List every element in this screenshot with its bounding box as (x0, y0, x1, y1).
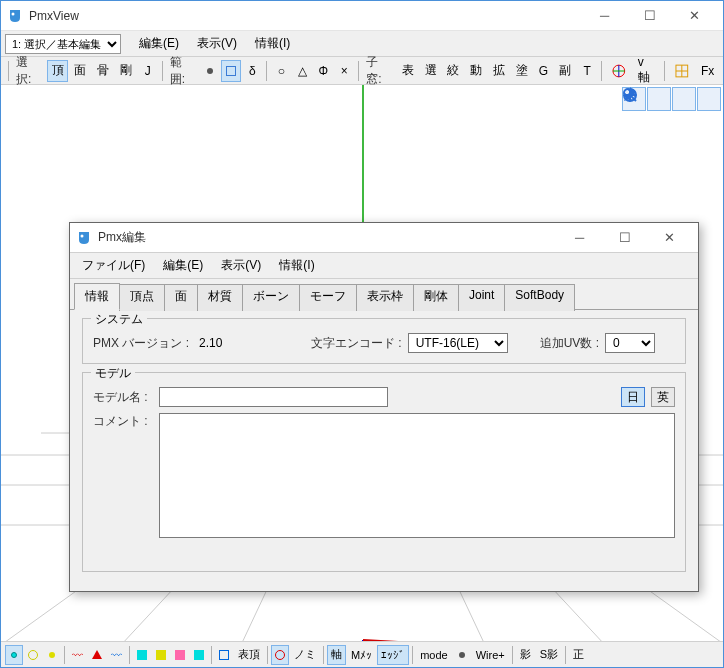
model-group: モデル モデル名 : 日 英 コメント : (82, 372, 686, 572)
status-circle-red[interactable] (271, 645, 289, 665)
model-group-title: モデル (91, 365, 135, 382)
status-mode-dot[interactable] (453, 645, 471, 665)
status-sq-cyan[interactable] (133, 645, 151, 665)
sub-move[interactable]: 動 (465, 60, 487, 82)
sub-t[interactable]: T (577, 60, 597, 82)
tab-morph[interactable]: モーフ (299, 284, 357, 311)
grid-icon[interactable] (669, 60, 695, 82)
dialog-menu-file[interactable]: ファイル(F) (74, 254, 153, 277)
status-circle-yellow[interactable] (24, 645, 42, 665)
select-label: 選択: (13, 54, 46, 88)
rotate-tool-icon[interactable] (647, 87, 671, 111)
status-sq-yellow[interactable] (152, 645, 170, 665)
lang-jp-button[interactable]: 日 (621, 387, 645, 407)
tab-bone[interactable]: ボーン (242, 284, 300, 311)
dialog-title: Pmx編集 (98, 229, 557, 246)
main-toolbar: 選択: 頂 面 骨 剛 J 範囲: δ ○ △ Φ × 子窓: 表 選 絞 動 … (1, 57, 723, 85)
status-front[interactable]: 正 (569, 645, 588, 665)
select-bone[interactable]: 骨 (92, 60, 114, 82)
zoom-tool-icon[interactable] (672, 87, 696, 111)
range-delta[interactable]: δ (242, 60, 262, 82)
dialog-menu-info[interactable]: 情報(I) (271, 254, 322, 277)
status-sq-pink[interactable] (171, 645, 189, 665)
encoding-select[interactable]: UTF-16(LE) (408, 333, 508, 353)
sub-filter[interactable]: 絞 (443, 60, 465, 82)
model-name-input[interactable] (159, 387, 388, 407)
status-tri-red[interactable] (88, 645, 106, 665)
dialog-close-button[interactable]: ✕ (647, 223, 692, 252)
status-shadow[interactable]: 影 (516, 645, 535, 665)
menu-view[interactable]: 表示(V) (189, 32, 245, 55)
dialog-minimize-button[interactable]: ─ (557, 223, 602, 252)
shape-triangle[interactable]: △ (292, 60, 312, 82)
dialog-app-icon (76, 230, 92, 246)
select-joint[interactable]: J (138, 60, 158, 82)
edit-tool-icon[interactable] (697, 87, 721, 111)
shape-circle[interactable]: ○ (271, 60, 291, 82)
lang-en-button[interactable]: 英 (651, 387, 675, 407)
svg-point-26 (81, 234, 84, 237)
tab-info[interactable]: 情報 (74, 283, 120, 310)
status-square-outline[interactable] (215, 645, 233, 665)
fx-button[interactable]: Fx (696, 60, 719, 82)
select-vertex[interactable]: 頂 (47, 60, 69, 82)
status-nomi[interactable]: ノミ (290, 645, 320, 665)
dialog-menu-view[interactable]: 表示(V) (213, 254, 269, 277)
select-rigid[interactable]: 剛 (115, 60, 137, 82)
status-axis[interactable]: 軸 (327, 645, 346, 665)
sub-scale[interactable]: 拡 (488, 60, 510, 82)
dialog-menu-edit[interactable]: 編集(E) (155, 254, 211, 277)
status-ground[interactable]: Mﾒｯ (347, 645, 376, 665)
tab-rigid[interactable]: 剛体 (413, 284, 459, 311)
encoding-label: 文字エンコード : (311, 335, 402, 352)
statusbar: 〰 〰 表頂 ノミ 軸 Mﾒｯ ｴｯｼﾞ mode Wire+ 影 S影 正 (1, 641, 723, 667)
tab-vertex[interactable]: 頂点 (119, 284, 165, 311)
sub-paint[interactable]: 塗 (511, 60, 533, 82)
svg-point-0 (12, 12, 15, 15)
status-edge[interactable]: ｴｯｼﾞ (377, 645, 409, 665)
range-label: 範囲: (167, 54, 200, 88)
range-rect[interactable] (221, 60, 241, 82)
main-title: PmxView (29, 9, 582, 23)
close-button[interactable]: ✕ (672, 1, 717, 30)
comment-textarea[interactable] (159, 413, 675, 538)
shape-cross[interactable]: × (334, 60, 354, 82)
adduv-select[interactable]: 0 (605, 333, 655, 353)
mode-select[interactable]: 1: 選択／基本編集 (5, 34, 121, 54)
main-titlebar: PmxView ─ ☐ ✕ (1, 1, 723, 31)
status-dot-yellow[interactable] (43, 645, 61, 665)
status-sq-cyan2[interactable] (190, 645, 208, 665)
sub-g[interactable]: G (533, 60, 553, 82)
tab-face[interactable]: 面 (164, 284, 198, 311)
vaxis-button[interactable]: v軸 (633, 60, 661, 82)
range-point[interactable] (200, 60, 220, 82)
comment-label: コメント : (93, 413, 153, 430)
status-sshadow[interactable]: S影 (536, 645, 562, 665)
app-icon (7, 8, 23, 24)
menu-edit[interactable]: 編集(E) (131, 32, 187, 55)
sub-select[interactable]: 選 (420, 60, 442, 82)
minimize-button[interactable]: ─ (582, 1, 627, 30)
tab-joint[interactable]: Joint (458, 284, 505, 311)
status-wave-red[interactable]: 〰 (68, 645, 87, 665)
dialog-menubar: ファイル(F) 編集(E) 表示(V) 情報(I) (70, 253, 698, 279)
svg-line-23 (363, 640, 451, 641)
status-wave-blue[interactable]: 〰 (107, 645, 126, 665)
menu-info[interactable]: 情報(I) (247, 32, 298, 55)
maximize-button[interactable]: ☐ (627, 1, 672, 30)
tab-material[interactable]: 材質 (197, 284, 243, 311)
select-face[interactable]: 面 (69, 60, 91, 82)
tab-softbody[interactable]: SoftBody (504, 284, 575, 311)
status-wire[interactable]: Wire+ (472, 645, 509, 665)
status-surface[interactable]: 表頂 (234, 645, 264, 665)
status-dot-cyan[interactable] (5, 645, 23, 665)
tab-display[interactable]: 表示枠 (356, 284, 414, 311)
system-group-title: システム (91, 311, 147, 328)
dialog-maximize-button[interactable]: ☐ (602, 223, 647, 252)
status-mode[interactable]: mode (416, 645, 452, 665)
sub-table[interactable]: 表 (397, 60, 419, 82)
axis-indicator-icon[interactable] (606, 60, 632, 82)
shape-phi[interactable]: Φ (313, 60, 333, 82)
model-name-label: モデル名 : (93, 389, 153, 406)
sub-sub[interactable]: 副 (554, 60, 576, 82)
